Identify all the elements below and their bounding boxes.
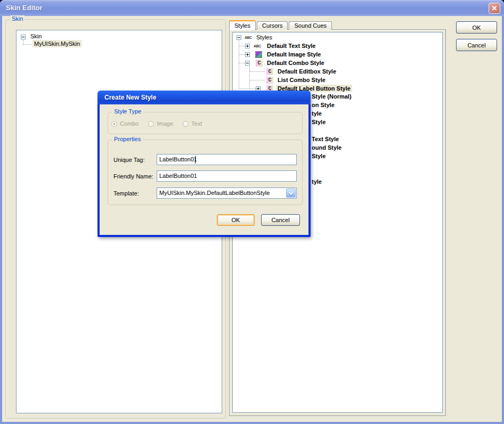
create-new-style-dialog: Create New Style Style Type Combo Image …: [97, 91, 311, 237]
tree-item-fragment[interactable]: on Style: [312, 102, 335, 108]
skin-editor-window: Skin Editor ✕ Skin Skin MyUISkin.MySkin …: [0, 0, 504, 424]
tree-connector: [249, 66, 250, 88]
radio-image: [148, 121, 154, 127]
template-label: Template:: [113, 190, 139, 197]
radio-text-label: Text: [191, 120, 202, 127]
tree-item-fragment[interactable]: tyle: [312, 178, 322, 185]
tree-item-fragment[interactable]: Style: [312, 119, 326, 125]
expand-icon[interactable]: [245, 52, 250, 57]
combo-style-icon: C: [266, 77, 273, 84]
dialog-title: Create New Style: [104, 94, 156, 101]
friendly-name-value: LabelButton01: [159, 173, 197, 179]
template-combobox[interactable]: MyUISkin.MySkin.DefaultLabelButtonStyle: [157, 187, 297, 199]
cancel-button[interactable]: Cancel: [456, 39, 497, 51]
image-style-icon: [255, 51, 262, 58]
radio-combo: [111, 121, 117, 127]
tree-item-fragment[interactable]: Text Style: [312, 136, 339, 142]
tree-item-styles-root[interactable]: Styles: [256, 34, 272, 40]
friendly-name-label: Friendly Name:: [113, 173, 153, 180]
properties-groupbox: Properties Unique Tag: LabelButton01 Fri…: [108, 140, 303, 205]
unique-tag-input[interactable]: LabelButton01: [157, 154, 297, 165]
tree-item-default-text-style[interactable]: Default Text Style: [267, 43, 316, 49]
title-bar[interactable]: Skin Editor ✕: [0, 0, 504, 16]
tree-item-default-combo-style[interactable]: Default Combo Style: [267, 60, 324, 66]
window-title: Skin Editor: [6, 4, 43, 12]
ok-button[interactable]: OK: [456, 21, 497, 34]
tree-item-fragment[interactable]: Style (Normal): [312, 93, 352, 100]
tree-item-skin-root[interactable]: Skin: [30, 33, 42, 39]
collapse-icon[interactable]: [245, 61, 250, 66]
tab-sound-cues[interactable]: Sound Cues: [289, 21, 332, 30]
radio-text: [183, 121, 189, 127]
radio-image-label: Image: [157, 120, 173, 127]
combo-style-icon: C: [256, 60, 263, 67]
chevron-down-icon: [289, 191, 293, 195]
abc-style-icon: ABC: [245, 36, 252, 39]
style-type-label: Style Type: [112, 108, 143, 115]
properties-label: Properties: [112, 136, 142, 142]
tree-item-default-image-style[interactable]: Default Image Style: [267, 51, 321, 58]
collapse-icon[interactable]: [237, 35, 241, 40]
tree-connector: [239, 39, 239, 88]
tree-item-fragment[interactable]: ound Style: [312, 144, 342, 151]
style-type-options: Combo Image Text: [111, 120, 212, 127]
tree-connector: [250, 71, 265, 72]
tab-cursors[interactable]: Cursors: [257, 21, 288, 30]
style-type-groupbox: Style Type Combo Image Text: [108, 112, 303, 134]
text-caret: [195, 156, 196, 164]
dialog-cancel-button[interactable]: Cancel: [261, 214, 300, 226]
tree-connector: [23, 44, 31, 45]
tab-styles[interactable]: Styles: [229, 20, 256, 30]
tree-connector: [239, 88, 257, 89]
dialog-body: Style Type Combo Image Text Properties U…: [100, 104, 308, 235]
radio-combo-label: Combo: [120, 120, 139, 127]
collapse-icon[interactable]: [21, 35, 26, 39]
combo-style-icon: C: [266, 68, 273, 75]
tree-item-myuiskin[interactable]: MyUISkin.MySkin: [32, 40, 82, 47]
dialog-ok-button[interactable]: OK: [217, 214, 255, 226]
expand-icon[interactable]: [245, 44, 250, 48]
close-icon: ✕: [492, 5, 498, 12]
tree-item-default-editbox-style[interactable]: Default Editbox Style: [278, 68, 336, 75]
tree-connector: [250, 80, 265, 80]
tree-item-list-combo-style[interactable]: List Combo Style: [278, 77, 326, 83]
skin-groupbox-label: Skin: [10, 15, 25, 22]
template-value: MyUISkin.MySkin.DefaultLabelButtonStyle: [159, 190, 270, 196]
unique-tag-value: LabelButton01: [159, 156, 197, 162]
tree-item-fragment[interactable]: Style: [312, 153, 326, 159]
tree-connector: [23, 40, 23, 44]
friendly-name-input[interactable]: LabelButton01: [157, 170, 297, 182]
close-button[interactable]: ✕: [489, 3, 500, 14]
tree-item-fragment[interactable]: tyle: [312, 110, 322, 117]
dropdown-button[interactable]: [286, 189, 296, 198]
unique-tag-label: Unique Tag:: [113, 157, 145, 163]
abc-style-icon: ABC: [254, 44, 261, 48]
style-tabs: Styles Cursors Sound Cues: [229, 20, 333, 30]
dialog-title-bar[interactable]: Create New Style: [97, 91, 311, 104]
